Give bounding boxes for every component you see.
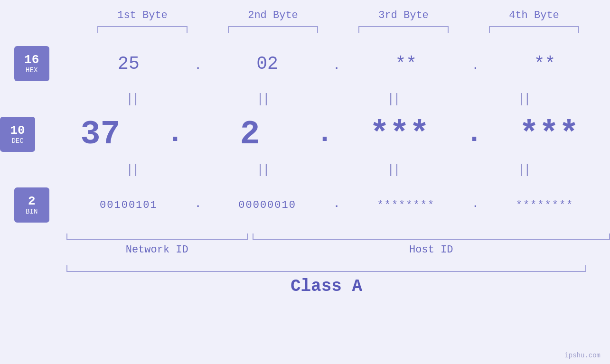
eq2-sign-2: || xyxy=(256,162,269,177)
bracket-top-line-3 xyxy=(358,26,449,33)
eq2-cell-1: || xyxy=(66,162,197,177)
bracket-host xyxy=(253,233,610,240)
bin-dot-2: . xyxy=(334,198,340,210)
hex-cell-3: ** xyxy=(341,54,471,74)
eq-cell-3: || xyxy=(328,92,458,106)
bin-badge-container: 2 BIN xyxy=(0,183,63,227)
hex-row: 16 HEX 25 . 02 . ** . ** xyxy=(0,41,610,86)
dec-badge: 10 DEC xyxy=(0,117,35,152)
hex-badge-num: 16 xyxy=(24,53,39,67)
bin-val-3: ******** xyxy=(377,199,435,211)
hex-badge-container: 16 HEX xyxy=(0,41,63,86)
hex-cell-1: 25 xyxy=(63,54,194,74)
bracket-top-4 xyxy=(469,26,600,33)
network-id-label: Network ID xyxy=(66,244,248,256)
class-label-row: Class A xyxy=(66,277,586,296)
bracket-top-1 xyxy=(77,26,208,33)
bin-val-4: ******** xyxy=(516,199,574,211)
bin-cell-2: 00000010 xyxy=(202,199,333,211)
hex-val-1: 25 xyxy=(118,54,140,74)
eq-cell-4: || xyxy=(458,92,589,106)
eq2-sign-4: || xyxy=(517,162,530,177)
column-headers: 1st Byte 2nd Byte 3rd Byte 4th Byte xyxy=(0,9,610,21)
bin-val-2: 00000010 xyxy=(238,199,296,211)
bin-cell-4: ******** xyxy=(479,199,610,211)
dec-cell-4: *** xyxy=(484,116,610,153)
eq-cell-1: || xyxy=(66,92,197,106)
hex-cell-4: ** xyxy=(479,54,610,74)
full-bracket-row xyxy=(66,265,610,272)
dec-badge-num: 10 xyxy=(10,124,25,138)
eq-sign-1: || xyxy=(126,92,138,106)
col-header-3: 3rd Byte xyxy=(338,9,469,21)
bracket-top-2 xyxy=(208,26,338,33)
bracket-top-line-4 xyxy=(489,26,579,33)
dec-dot-2: . xyxy=(316,117,333,149)
eq2-sign-1: || xyxy=(126,162,138,177)
dec-cell-2: 2 xyxy=(185,116,315,153)
eq-row-2: || || || || xyxy=(0,162,610,177)
hex-dot-2: . xyxy=(334,60,340,72)
bottom-section: Network ID Host ID Class A xyxy=(0,233,610,296)
watermark: ipshu.com xyxy=(564,352,601,359)
id-labels: Network ID Host ID xyxy=(66,244,610,256)
hex-data: 25 . 02 . ** . ** xyxy=(63,54,610,74)
dec-row: 10 DEC 37 . 2 . *** . *** xyxy=(0,112,610,157)
main-container: 1st Byte 2nd Byte 3rd Byte 4th Byte 16 H… xyxy=(0,0,610,364)
bracket-tops xyxy=(0,26,610,33)
dec-data: 37 . 2 . *** . *** xyxy=(35,116,610,153)
hex-cell-2: 02 xyxy=(202,54,333,74)
bracket-network xyxy=(66,233,248,240)
bin-cell-3: ******** xyxy=(341,199,471,211)
dec-cell-1: 37 xyxy=(35,116,166,153)
bin-dot-3: . xyxy=(472,198,479,210)
hex-dot-3: . xyxy=(472,60,479,72)
bin-cell-1: 00100101 xyxy=(63,199,194,211)
hex-badge-base: HEX xyxy=(26,66,38,74)
eq-sign-3: || xyxy=(387,92,399,106)
dec-dot-3: . xyxy=(466,117,483,149)
dec-val-2: 2 xyxy=(240,116,260,153)
bracket-top-line-1 xyxy=(97,26,188,33)
eq2-sign-3: || xyxy=(387,162,399,177)
eq-sign-2: || xyxy=(256,92,269,106)
dec-val-4: *** xyxy=(519,116,579,153)
eq-sign-4: || xyxy=(517,92,530,106)
bin-val-1: 00100101 xyxy=(100,199,158,211)
hex-val-3: ** xyxy=(395,54,417,74)
class-label: Class A xyxy=(291,277,362,296)
bin-badge-base: BIN xyxy=(26,208,38,215)
bin-badge: 2 BIN xyxy=(14,187,49,223)
bin-row: 2 BIN 00100101 . 00000010 . ******** . *… xyxy=(0,183,610,227)
dec-val-1: 37 xyxy=(80,116,120,153)
eq2-cell-2: || xyxy=(197,162,328,177)
eq2-cell-3: || xyxy=(328,162,458,177)
bin-data: 00100101 . 00000010 . ******** . *******… xyxy=(63,198,610,212)
bracket-bottoms xyxy=(66,233,610,240)
hex-val-4: ** xyxy=(534,54,556,74)
dec-badge-base: DEC xyxy=(11,137,23,145)
dec-cell-3: *** xyxy=(334,116,465,153)
host-id-label: Host ID xyxy=(253,244,610,256)
eq-cell-2: || xyxy=(197,92,328,106)
dec-val-3: *** xyxy=(370,116,430,153)
hex-badge: 16 HEX xyxy=(14,46,49,81)
eq2-cell-4: || xyxy=(458,162,589,177)
hex-dot-1: . xyxy=(195,60,201,72)
full-bracket xyxy=(66,265,586,272)
bracket-top-line-2 xyxy=(228,26,318,33)
hex-val-2: 02 xyxy=(256,54,278,74)
dec-badge-container: 10 DEC xyxy=(0,112,35,157)
col-header-1: 1st Byte xyxy=(77,9,208,21)
dec-dot-1: . xyxy=(167,117,184,149)
eq-row-1: || || || || xyxy=(0,92,610,106)
bracket-top-3 xyxy=(338,26,469,33)
col-header-4: 4th Byte xyxy=(469,9,600,21)
col-header-2: 2nd Byte xyxy=(208,9,338,21)
bin-badge-num: 2 xyxy=(28,195,36,208)
bin-dot-1: . xyxy=(195,198,201,210)
